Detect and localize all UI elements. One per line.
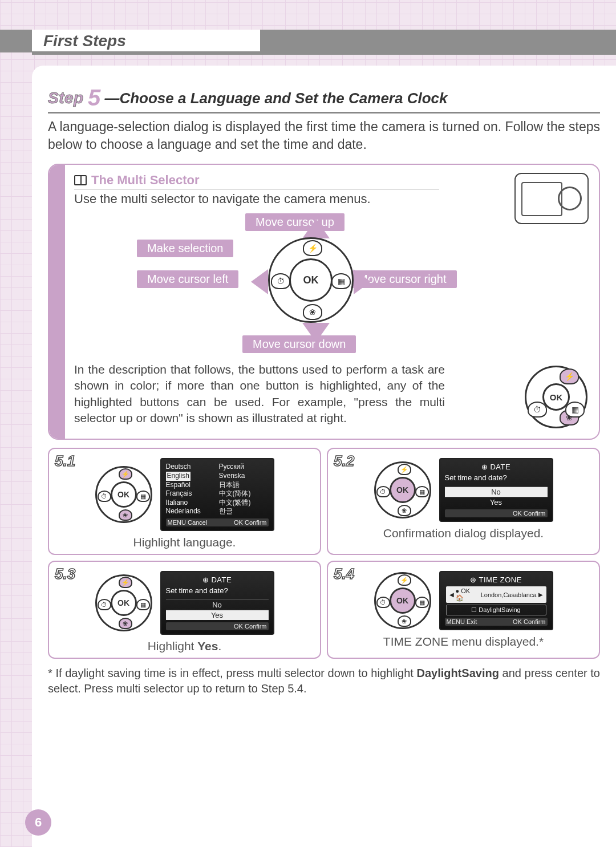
nav-5-3: ⚡ ❀ ⏱ ▦ OK — [95, 574, 152, 631]
clock-icon: ⊕ — [470, 576, 477, 584]
lang-col-1: Deutsch English Español Français Italian… — [166, 463, 216, 516]
label-select: Make selection — [137, 240, 233, 257]
mini-right: ▦ — [565, 402, 585, 418]
arrow-up-icon — [302, 219, 330, 238]
step-num: 5.2 — [334, 452, 354, 470]
arrow-down-icon — [302, 323, 330, 342]
nav-up: ⚡ — [398, 574, 411, 586]
nav-ok-highlight: OK — [390, 477, 416, 503]
nav-down: ❀ — [119, 618, 132, 629]
step-word: Step — [48, 89, 84, 107]
lcd-confirm: OK Confirm — [513, 618, 545, 625]
lang-item: Русский — [219, 463, 269, 472]
spine-accent — [49, 165, 65, 439]
label-down: Move cursor down — [242, 335, 356, 353]
nav-down: ❀ — [398, 505, 411, 516]
lang-item: Svenska — [219, 472, 269, 481]
nav-down: ❀ — [119, 509, 132, 521]
caption-5-3: Highlight Yes. — [57, 639, 312, 653]
multi-selector-box: The Multi Selector Use the multi selecto… — [48, 164, 600, 440]
lcd-confirm: OK Confirm — [513, 510, 545, 517]
caption-5-4: TIME ZONE menu displayed.* — [336, 635, 591, 649]
selector-diagram: Move cursor up Make selection Move curso… — [74, 214, 586, 357]
nav-5-1: ⚡ ❀ ⏱ ▦ OK — [95, 466, 152, 523]
tri-left-icon: ◀ — [449, 591, 454, 598]
nav-left: ⏱ — [98, 491, 111, 502]
step-num: 5.1 — [55, 452, 75, 470]
nav-right: ▦ — [136, 599, 150, 610]
lang-item: 日本語 — [219, 481, 269, 490]
dial-right: ▦ — [331, 273, 351, 289]
chapter-tab: First Steps — [32, 30, 260, 52]
step-5-4: 5.4 ⚡ ❀ ⏱ ▦ OK ⊕ TIME ZONE ◀ ● OK 🏠 — [327, 561, 600, 659]
step-num: 5.4 — [334, 565, 354, 583]
step-5-2: 5.2 ⚡ ❀ ⏱ ▦ OK ⊕ DATE Set time and date?… — [327, 448, 600, 555]
nav-up: ⚡ — [398, 464, 411, 475]
step-num: 5.3 — [55, 565, 75, 583]
nav-right: ▦ — [415, 486, 429, 497]
selector-sub: Use the multi selector to navigate the c… — [74, 192, 586, 206]
tz-selected-row: ◀ ● OK 🏠 London,Casablanca ▶ — [446, 586, 546, 603]
nav-left: ⏱ — [376, 486, 390, 497]
lcd-confirm: OK Confirm — [234, 519, 266, 526]
nav-ok: OK — [111, 481, 137, 508]
lcd-exit: MENU Exit — [447, 618, 477, 625]
caption-5-2: Confirmation dialog displayed. — [336, 526, 591, 540]
lcd-title: TIME ZONE — [479, 576, 522, 584]
step-desc: —Choose a Language and Set the Camera Cl… — [104, 90, 447, 107]
lcd-date-yes: ⊕ DATE Set time and date? No Yes OK Conf… — [160, 571, 274, 635]
caption-5-1: Highlight language. — [57, 536, 312, 549]
nav-ok-highlight: OK — [390, 587, 416, 614]
lang-item: Deutsch — [166, 463, 216, 472]
lang-item: 中文(简体) — [219, 489, 269, 499]
step-5-3: 5.3 ⚡ ❀ ⏱ ▦ OK ⊕ DATE Set time and date?… — [48, 561, 321, 659]
step-5-1: 5.1 ⚡ ❀ ⏱ ▦ OK Deutsch English — [48, 448, 321, 555]
arrow-right-icon — [354, 269, 371, 294]
mini-up: ⚡ — [560, 368, 579, 384]
lcd-prompt: Set time and date? — [166, 586, 269, 595]
lcd-option-yes: Yes — [445, 497, 548, 507]
lang-item-highlight: English — [166, 472, 191, 481]
lcd-timezone: ⊕ TIME ZONE ◀ ● OK 🏠 London,Casablanca ▶… — [439, 571, 553, 630]
lcd-title: DATE — [490, 463, 510, 471]
lang-item: Italiano — [166, 499, 216, 508]
lcd-prompt: Set time and date? — [445, 473, 548, 482]
dial-down: ❀ — [303, 304, 322, 320]
lcd-title: DATE — [211, 576, 232, 584]
dial-ok: OK — [289, 258, 333, 302]
selector-heading-text: The Multi Selector — [91, 173, 199, 188]
selector-paragraph: In the description that follows, the but… — [74, 362, 445, 426]
lang-item: 中文(繁體) — [219, 499, 269, 508]
lang-col-2: Русский Svenska 日本語 中文(简体) 中文(繁體) 한글 — [219, 463, 269, 516]
clock-icon: ⊕ — [481, 463, 488, 471]
intro-paragraph: A language-selection dialog is displayed… — [48, 118, 600, 153]
lcd-language: Deutsch English Español Français Italian… — [160, 458, 274, 531]
selector-heading: The Multi Selector — [74, 173, 439, 189]
arrow-left-icon — [251, 269, 268, 294]
dial-up: ⚡ — [303, 240, 322, 256]
dial-left: ⏱ — [271, 273, 290, 289]
footnote: * If daylight saving time is in effect, … — [48, 666, 600, 696]
nav-5-2: ⚡ ❀ ⏱ ▦ OK — [374, 461, 431, 518]
nav-right: ▦ — [136, 491, 150, 502]
header-underline — [32, 51, 616, 55]
clock-icon: ⊕ — [202, 576, 209, 584]
step-number: 5 — [88, 85, 100, 110]
lcd-option-no: No — [166, 599, 269, 610]
nav-up: ⚡ — [119, 468, 132, 480]
chapter-title: First Steps — [43, 32, 126, 50]
lang-item: 한글 — [219, 507, 269, 516]
multi-selector-dial: ⚡ ❀ ⏱ ▦ OK — [268, 237, 354, 323]
lang-item: Français — [166, 489, 216, 499]
nav-up: ⚡ — [119, 577, 132, 588]
label-left: Move cursor left — [137, 270, 238, 288]
tz-daylight-row: ☐ DaylightSaving — [446, 605, 546, 615]
lcd-date-confirm: ⊕ DATE Set time and date? No Yes OK Conf… — [439, 458, 553, 522]
lcd-option-no: No — [445, 487, 548, 497]
nav-left: ⏱ — [98, 599, 111, 610]
page-card: Step 5 —Choose a Language and Set the Ca… — [32, 66, 616, 847]
page-number: 6 — [25, 809, 51, 836]
step-grid: 5.1 ⚡ ❀ ⏱ ▦ OK Deutsch English — [48, 448, 600, 659]
nav-down: ❀ — [398, 615, 411, 627]
lang-item: Nederlands — [166, 507, 216, 516]
